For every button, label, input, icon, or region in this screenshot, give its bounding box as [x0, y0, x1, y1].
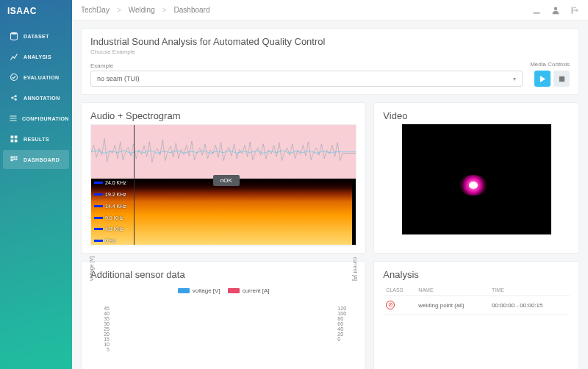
- legend-item: voltage [V]: [178, 287, 220, 294]
- svg-rect-9: [11, 157, 13, 159]
- play-button[interactable]: [534, 71, 551, 87]
- breadcrumb-item[interactable]: Dashboard: [174, 6, 210, 14]
- svg-point-3: [15, 95, 17, 97]
- sidebar-item-evaluation[interactable]: EVALUATION: [3, 68, 69, 87]
- check-circle-icon: [9, 72, 19, 82]
- analysis-panel-title: Analysis: [383, 269, 570, 280]
- y-left-tick: 25: [93, 326, 110, 332]
- example-select-value: no seam (TUI): [97, 75, 140, 82]
- y-axis-left-label: voltage [V]: [89, 257, 94, 281]
- spectrogram-display[interactable]: 24.0 KHz19.2 KHz14.4 KHz9.6 KHz4.8 KHz0 …: [90, 124, 356, 246]
- chart-icon: [9, 51, 19, 62]
- sidebar-item-label: EVALUATION: [24, 75, 59, 80]
- y-right-tick: 120: [337, 306, 354, 311]
- svg-rect-7: [11, 140, 14, 143]
- waveform-svg: [91, 125, 356, 179]
- main-area: TechDay>Welding>Dashboard Industrial Sou…: [72, 0, 588, 369]
- y-left-tick: 30: [93, 321, 110, 326]
- video-panel: Video: [373, 102, 579, 254]
- class-indicator-icon: ⊘: [386, 301, 395, 309]
- example-select[interactable]: no seam (TUI) ▾: [90, 71, 523, 87]
- y-right-tick: 40: [337, 326, 354, 332]
- sidebar-item-dataset[interactable]: DATASET: [3, 26, 69, 46]
- y-right-tick: 20: [337, 332, 354, 337]
- sensor-chart: voltage [V]current [A] 45403530252015105…: [90, 286, 356, 369]
- sidebar-item-label: DATASET: [24, 34, 49, 39]
- download-icon[interactable]: [532, 6, 541, 15]
- sidebar-item-annotation[interactable]: ANNOTATION: [3, 88, 69, 107]
- stop-button[interactable]: [553, 71, 570, 87]
- table-row[interactable]: ⊘welding point (all)00:00:00 - 00:00:15: [383, 296, 570, 315]
- svg-rect-15: [559, 76, 564, 81]
- y-right-tick: 60: [337, 321, 354, 326]
- y-left-tick: 35: [93, 316, 110, 321]
- breadcrumb-separator: >: [117, 6, 121, 14]
- logout-icon[interactable]: [570, 6, 579, 15]
- svg-rect-10: [13, 157, 15, 158]
- analysis-table: CLASSNAMETIME ⊘welding point (all)00:00:…: [383, 284, 570, 315]
- svg-rect-11: [15, 157, 17, 158]
- y-left-tick: 20: [93, 332, 110, 337]
- svg-rect-14: [15, 159, 17, 160]
- svg-point-0: [11, 32, 18, 35]
- video-panel-title: Video: [383, 110, 570, 121]
- sidebar-item-label: ANNOTATION: [24, 96, 60, 101]
- sidebar-item-label: ANALYSIS: [24, 54, 51, 60]
- breadcrumb: TechDay>Welding>Dashboard: [81, 6, 209, 14]
- sensor-panel-title: Additional sensor data: [90, 269, 356, 280]
- svg-rect-12: [11, 159, 13, 161]
- y-left-tick: 40: [93, 311, 110, 316]
- sidebar-item-label: CONFIGURATION: [22, 116, 69, 121]
- svg-rect-8: [15, 140, 18, 143]
- breadcrumb-item[interactable]: Welding: [129, 6, 155, 14]
- analysis-col-class: CLASS: [383, 284, 415, 296]
- sidebar-item-configuration[interactable]: CONFIGURATION: [3, 109, 69, 128]
- chevron-down-icon: ▾: [513, 76, 516, 82]
- breadcrumb-item[interactable]: TechDay: [81, 6, 110, 14]
- y-left-tick: 10: [93, 342, 110, 347]
- audio-panel-title: Audio + Spectrogram: [90, 110, 356, 121]
- example-label: Example: [90, 62, 523, 69]
- grid-icon: [9, 134, 19, 144]
- page-subtitle: Choose Example: [90, 49, 570, 55]
- sidebar-item-results[interactable]: RESULTS: [3, 129, 69, 148]
- audio-spectrogram-panel: Audio + Spectrogram 24.0 KHz19.2 KHz14.4…: [81, 102, 366, 254]
- database-icon: [9, 31, 19, 41]
- legend-item: current [A]: [228, 287, 270, 294]
- y-axis-right-label: current [A]: [353, 257, 358, 281]
- sidebar-item-analysis[interactable]: ANALYSIS: [3, 47, 69, 66]
- breadcrumb-separator: >: [162, 6, 167, 14]
- topbar: TechDay>Welding>Dashboard: [72, 0, 588, 21]
- header-card: Industrial Sound Analysis for Automated …: [81, 28, 579, 95]
- user-icon[interactable]: [551, 6, 560, 15]
- media-controls-label: Media Controls: [530, 61, 570, 68]
- y-right-tick: 0: [337, 337, 354, 342]
- sidebar: ISAAC DATASETANALYSISEVALUATIONANNOTATIO…: [0, 0, 72, 369]
- sidebar-item-label: DASHBOARD: [24, 157, 60, 162]
- video-frame[interactable]: [402, 124, 551, 234]
- sliders-icon: [9, 113, 18, 123]
- svg-rect-5: [11, 136, 14, 139]
- analysis-name: welding point (all): [415, 296, 489, 315]
- brand-title: ISAAC: [0, 0, 72, 22]
- svg-point-2: [11, 97, 13, 99]
- sensor-data-panel: Additional sensor data voltage [V]curren…: [81, 261, 366, 369]
- svg-point-4: [15, 98, 17, 101]
- playhead-cursor[interactable]: [134, 125, 135, 245]
- dashboard-icon: [9, 154, 19, 165]
- y-right-tick: 80: [337, 316, 354, 321]
- page-title: Industrial Sound Analysis for Automated …: [90, 36, 570, 47]
- analysis-col-time: TIME: [489, 284, 570, 296]
- sidebar-item-dashboard[interactable]: DASHBOARD: [3, 150, 69, 169]
- analysis-time: 00:00:00 - 00:00:15: [489, 296, 570, 315]
- y-left-tick: 15: [93, 337, 110, 342]
- tag-icon: [9, 93, 19, 103]
- svg-rect-13: [13, 159, 15, 160]
- sidebar-item-label: RESULTS: [24, 137, 49, 142]
- y-right-tick: 100: [337, 311, 354, 316]
- svg-rect-6: [15, 136, 18, 139]
- analysis-panel: Analysis CLASSNAMETIME ⊘welding point (a…: [373, 261, 579, 369]
- y-left-tick: 45: [93, 306, 110, 311]
- analysis-col-name: NAME: [415, 284, 489, 296]
- y-left-tick: 5: [93, 347, 110, 352]
